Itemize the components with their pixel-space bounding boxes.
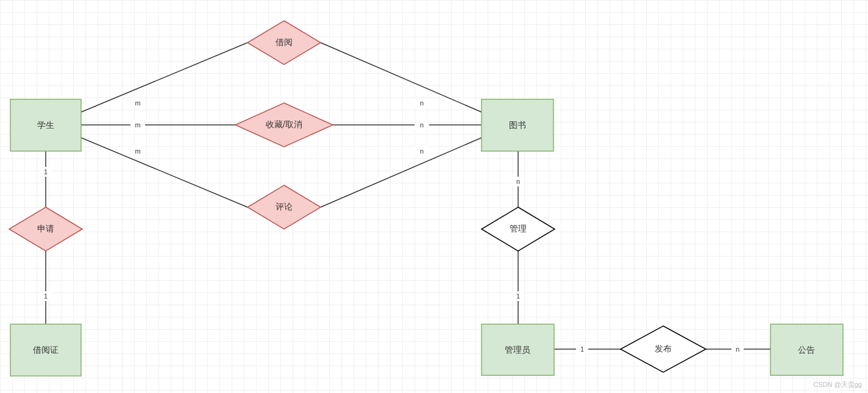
relationship-manage-label: 管理: [510, 224, 527, 233]
card-comment-book: n: [420, 147, 424, 155]
relationship-manage: 管理: [482, 207, 555, 251]
relationship-publish-label: 发布: [655, 344, 672, 353]
entity-borrowcard-label: 借阅证: [33, 345, 59, 355]
card-student-apply: 1: [44, 168, 48, 175]
edges: [46, 43, 770, 349]
card-publish-notice: n: [736, 345, 739, 353]
relationship-publish: 发布: [621, 326, 706, 372]
card-student-borrow: m: [135, 99, 140, 107]
card-admin-publish: 1: [580, 345, 584, 353]
relationship-favorite: 收藏/取消: [235, 103, 333, 147]
entity-admin: 管理员: [482, 324, 554, 375]
card-student-comment: m: [135, 147, 140, 155]
card-favorite-book: n: [420, 121, 424, 129]
relationship-comment: 评论: [247, 185, 321, 229]
relationship-apply-label: 申请: [37, 224, 54, 233]
svg-line-3: [321, 43, 482, 112]
watermark: CSDN @天蛮gg: [813, 380, 862, 389]
svg-line-2: [81, 138, 247, 207]
relationship-favorite-label: 收藏/取消: [266, 119, 302, 129]
card-apply-card: 1: [44, 292, 48, 300]
card-manage-admin: 1: [516, 292, 520, 300]
entity-notice: 公告: [770, 324, 843, 375]
entity-book-label: 图书: [509, 120, 526, 130]
relationship-borrow-label: 借阅: [276, 37, 293, 47]
svg-line-0: [81, 43, 247, 112]
svg-line-5: [321, 138, 482, 207]
card-borrow-book: n: [420, 99, 424, 107]
entity-admin-label: 管理员: [505, 345, 530, 355]
entity-student-label: 学生: [37, 120, 54, 130]
cardinalities: m n m n m n 1 1 n 1 1 n: [40, 98, 744, 354]
relationship-borrow: 借阅: [247, 21, 321, 65]
entity-student: 学生: [10, 99, 81, 151]
entity-notice-label: 公告: [798, 345, 815, 355]
er-diagram: 学生 借阅证 图书 管理员 公告 借阅 收藏/取消 评论 申请 管理: [0, 0, 868, 393]
card-student-favorite: m: [135, 121, 140, 129]
card-book-manage: n: [516, 178, 520, 185]
entity-book: 图书: [482, 99, 553, 151]
entity-borrowcard: 借阅证: [10, 324, 81, 376]
relationship-apply: 申请: [9, 207, 82, 251]
relationship-comment-label: 评论: [276, 202, 293, 211]
